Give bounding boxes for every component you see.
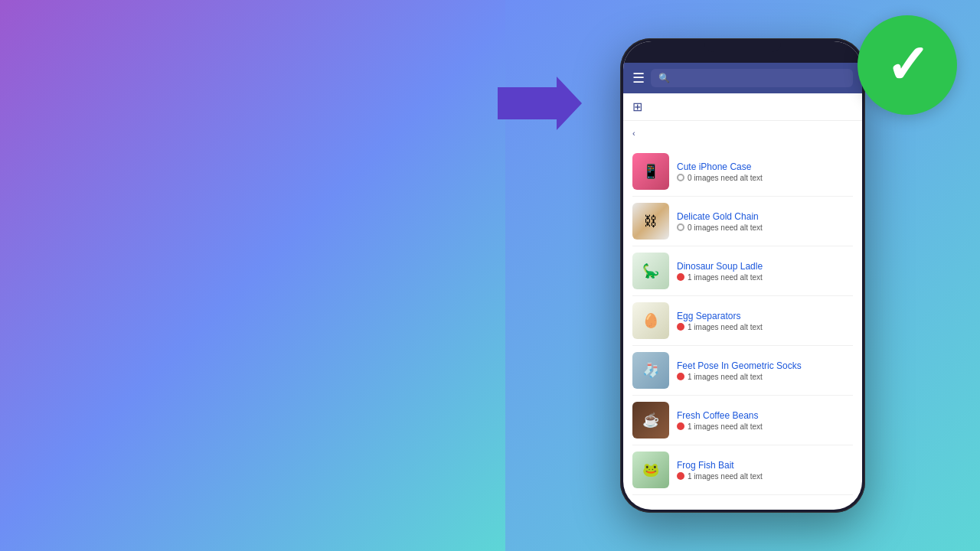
product-thumbnail: 🥚 (632, 302, 669, 339)
product-status: 0 images need alt text (677, 174, 853, 182)
status-text: 0 images need alt text (688, 174, 763, 182)
status-dot (677, 373, 684, 380)
product-status: 1 images need alt text (677, 373, 853, 381)
product-status: 1 images need alt text (677, 323, 853, 331)
product-thumbnail: 🧦 (632, 352, 669, 389)
status-text: 1 images need alt text (688, 422, 763, 431)
product-name[interactable]: Egg Separators (677, 311, 853, 321)
product-name[interactable]: Cute iPhone Case (677, 161, 853, 172)
thumb-icon: 🥚 (642, 312, 659, 329)
left-panel (0, 0, 505, 551)
app-header: ☰ 🔍 (623, 63, 862, 93)
thumb-icon: ⛓ (644, 214, 658, 230)
product-name[interactable]: Frog Fish Bait (677, 460, 853, 471)
status-dot (677, 273, 684, 281)
breadcrumb-arrow: ‹ (632, 129, 635, 138)
product-status: 1 images need alt text (677, 472, 853, 481)
product-info: Cute iPhone Case 0 images need alt text (677, 161, 853, 182)
product-thumbnail: ☕ (632, 402, 669, 439)
grid-icon: ⊞ (632, 99, 642, 114)
product-info: Delicate Gold Chain 0 images need alt te… (677, 211, 853, 232)
product-info: Dinosaur Soup Ladle 1 images need alt te… (677, 261, 853, 282)
search-icon: 🔍 (658, 73, 670, 83)
status-dot (677, 323, 684, 331)
right-panel: ☰ 🔍 ⊞ ‹ 📱 (505, 0, 980, 551)
product-name[interactable]: Dinosaur Soup Ladle (677, 261, 853, 272)
product-thumbnail: ⛓ (632, 203, 669, 240)
phone-inner: ☰ 🔍 ⊞ ‹ 📱 (623, 41, 862, 510)
list-item[interactable]: 🐸 Frog Fish Bait 1 images need alt text (632, 445, 853, 495)
page-header-bar: ⊞ (623, 93, 862, 121)
thumb-icon: 📱 (642, 163, 659, 180)
product-info: Frog Fish Bait 1 images need alt text (677, 460, 853, 481)
thumb-icon: ☕ (642, 412, 659, 429)
status-text: 1 images need alt text (688, 273, 763, 282)
status-dot (677, 472, 684, 480)
arrow-icon (498, 77, 582, 130)
list-item[interactable]: ⛓ Delicate Gold Chain 0 images need alt … (632, 197, 853, 246)
list-item[interactable]: 🧦 Feet Pose In Geometric Socks 1 images … (632, 346, 853, 396)
search-bar[interactable]: 🔍 (651, 69, 853, 87)
status-text: 1 images need alt text (688, 472, 763, 481)
notch-bar (704, 41, 781, 52)
check-badge (858, 15, 957, 115)
phone-frame: ☰ 🔍 ⊞ ‹ 📱 (620, 38, 865, 513)
thumb-icon: 🐸 (642, 461, 659, 478)
product-list: 📱 Cute iPhone Case 0 images need alt tex… (632, 147, 853, 495)
product-status: 1 images need alt text (677, 422, 853, 431)
breadcrumb[interactable]: ‹ (632, 129, 853, 138)
product-thumbnail: 🐸 (632, 452, 669, 488)
phone-notch (623, 41, 862, 63)
thumb-icon: 🧦 (642, 362, 659, 379)
product-info: Fresh Coffee Beans 1 images need alt tex… (677, 410, 853, 431)
status-dot (677, 422, 684, 430)
status-text: 1 images need alt text (688, 373, 763, 381)
product-status: 0 images need alt text (677, 223, 853, 232)
product-thumbnail: 📱 (632, 153, 669, 190)
product-name[interactable]: Feet Pose In Geometric Socks (677, 360, 853, 371)
product-info: Egg Separators 1 images need alt text (677, 311, 853, 331)
product-thumbnail: 🦕 (632, 253, 669, 289)
status-dot (677, 223, 684, 231)
status-text: 0 images need alt text (688, 223, 763, 232)
product-info: Feet Pose In Geometric Socks 1 images ne… (677, 360, 853, 381)
list-item[interactable]: ☕ Fresh Coffee Beans 1 images need alt t… (632, 396, 853, 445)
thumb-icon: 🦕 (642, 262, 659, 279)
product-name[interactable]: Fresh Coffee Beans (677, 410, 853, 421)
status-text: 1 images need alt text (688, 323, 763, 331)
product-name[interactable]: Delicate Gold Chain (677, 211, 853, 222)
status-dot (677, 174, 684, 181)
hamburger-icon[interactable]: ☰ (632, 70, 645, 86)
list-item[interactable]: 🦕 Dinosaur Soup Ladle 1 images need alt … (632, 246, 853, 296)
list-item[interactable]: 📱 Cute iPhone Case 0 images need alt tex… (632, 147, 853, 197)
product-status: 1 images need alt text (677, 273, 853, 282)
content-area: ‹ 📱 Cute iPhone Case 0 images need alt t… (623, 121, 862, 510)
list-item[interactable]: 🥚 Egg Separators 1 images need alt text (632, 296, 853, 346)
